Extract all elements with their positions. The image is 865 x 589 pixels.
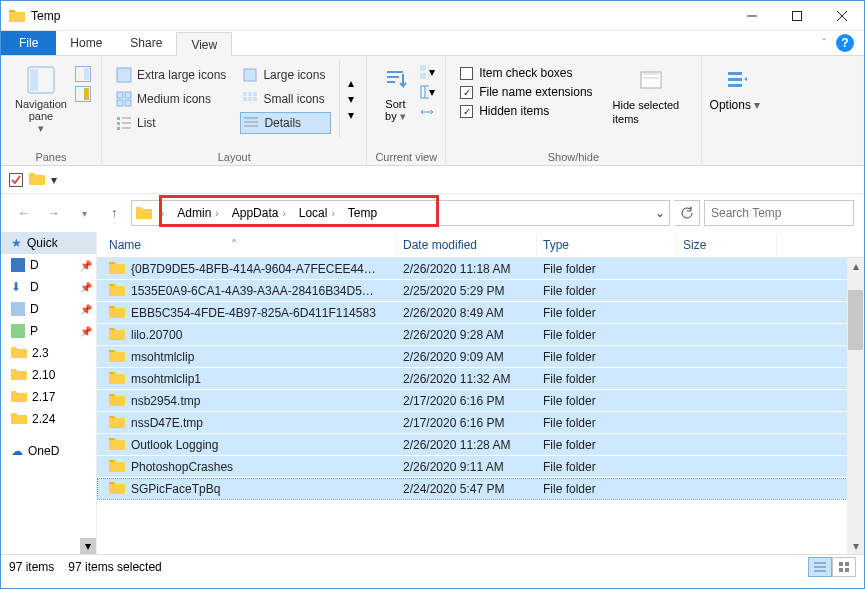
- size-columns-icon[interactable]: [419, 104, 435, 120]
- sidebar-pictures[interactable]: P📌: [1, 320, 96, 342]
- sidebar-folder-217[interactable]: 2.17: [1, 386, 96, 408]
- breadcrumb-appdata[interactable]: AppData›: [228, 204, 292, 222]
- refresh-button[interactable]: [674, 200, 700, 226]
- vertical-scrollbar[interactable]: ▴ ▾: [847, 258, 864, 554]
- maximize-button[interactable]: [774, 1, 819, 30]
- up-button[interactable]: ↑: [101, 200, 127, 226]
- forward-button[interactable]: →: [41, 200, 67, 226]
- table-row[interactable]: nssD47E.tmp2/17/2020 6:16 PMFile folder: [97, 412, 864, 434]
- sidebar-downloads[interactable]: ⬇D📌: [1, 276, 96, 298]
- svg-rect-21: [253, 97, 257, 101]
- column-date[interactable]: Date modified: [397, 234, 537, 256]
- layout-small[interactable]: Small icons: [240, 88, 331, 110]
- layout-list[interactable]: List: [114, 112, 232, 134]
- tab-file[interactable]: File: [1, 31, 56, 55]
- close-button[interactable]: [819, 1, 864, 30]
- folder-icon: [136, 205, 152, 222]
- minimize-button[interactable]: [729, 1, 774, 30]
- column-headers: Name˄ Date modified Type Size: [97, 232, 864, 258]
- details-view-toggle[interactable]: [808, 557, 832, 577]
- chevron-up-icon[interactable]: ▴: [344, 76, 358, 90]
- address-dropdown-icon[interactable]: ⌄: [655, 206, 665, 220]
- checkbox-hidden-items[interactable]: Hidden items: [460, 104, 592, 118]
- customize-qa-icon[interactable]: ▾: [51, 173, 57, 187]
- table-row[interactable]: SGPicFaceTpBq2/24/2020 5:47 PMFile folde…: [97, 478, 864, 500]
- xl-icons-icon: [116, 67, 132, 83]
- sort-by-button[interactable]: Sort by ▾: [375, 60, 415, 123]
- svg-rect-16: [243, 92, 247, 96]
- layout-scroll[interactable]: ▴ ▾ ▾: [339, 60, 358, 138]
- sidebar-desktop[interactable]: D📌: [1, 254, 96, 276]
- sidebar-folder-224[interactable]: 2.24: [1, 408, 96, 430]
- breadcrumb-chevron[interactable]: ›: [155, 206, 170, 221]
- svg-rect-34: [420, 65, 426, 71]
- chevron-down-icon[interactable]: ▾: [344, 92, 358, 106]
- scroll-down-icon[interactable]: ▾: [847, 538, 864, 554]
- preview-pane-icon[interactable]: [75, 66, 91, 82]
- select-all-checkbox[interactable]: [9, 173, 23, 187]
- table-row[interactable]: PhotoshopCrashes2/26/2020 9:11 AMFile fo…: [97, 456, 864, 478]
- table-row[interactable]: 1535E0A9-6CA1-4A39-A3AA-28416B34D5…2/25/…: [97, 280, 864, 302]
- search-input[interactable]: Search Temp: [704, 200, 854, 226]
- sidebar-folder-210[interactable]: 2.10: [1, 364, 96, 386]
- layout-extra-large[interactable]: Extra large icons: [114, 64, 232, 86]
- scroll-up-icon[interactable]: ▴: [847, 258, 864, 274]
- sidebar-onedrive[interactable]: ☁OneD: [1, 440, 96, 462]
- file-type: File folder: [537, 482, 677, 496]
- file-type: File folder: [537, 394, 677, 408]
- table-row[interactable]: msohtmlclip12/26/2020 11:32 AMFile folde…: [97, 368, 864, 390]
- sidebar-folder-23[interactable]: 2.3: [1, 342, 96, 364]
- column-name[interactable]: Name˄: [97, 234, 397, 256]
- layout-medium[interactable]: Medium icons: [114, 88, 232, 110]
- file-type: File folder: [537, 306, 677, 320]
- sidebar-quick-access[interactable]: ★ Quick: [1, 232, 96, 254]
- hide-selected-items-button[interactable]: Hide selected items: [613, 60, 693, 126]
- scroll-thumb[interactable]: [848, 290, 863, 350]
- sidebar-scroll-down-icon[interactable]: ▾: [80, 538, 96, 554]
- address-bar[interactable]: › Admin› AppData› Local› Temp ⌄: [131, 200, 670, 226]
- column-size[interactable]: Size: [677, 234, 777, 256]
- group-by-icon[interactable]: ▾: [419, 64, 435, 80]
- thumbnails-view-toggle[interactable]: [832, 557, 856, 577]
- layout-details[interactable]: Details: [240, 112, 331, 134]
- sidebar-documents[interactable]: D📌: [1, 298, 96, 320]
- add-columns-icon[interactable]: ▾: [419, 84, 435, 100]
- table-row[interactable]: Outlook Logging2/26/2020 11:28 AMFile fo…: [97, 434, 864, 456]
- file-name: msohtmlclip1: [131, 372, 201, 386]
- desktop-icon: [11, 258, 25, 272]
- svg-rect-7: [84, 68, 89, 80]
- checkbox-item-check-boxes[interactable]: Item check boxes: [460, 66, 592, 80]
- options-button[interactable]: Options ▾: [710, 60, 766, 112]
- breadcrumb-admin[interactable]: Admin›: [173, 204, 224, 222]
- dropdown-icon[interactable]: ▾: [344, 108, 358, 122]
- large-icons-icon: [242, 67, 258, 83]
- table-row[interactable]: {0B7D9DE5-4BFB-414A-9604-A7FECEE44…2/26/…: [97, 258, 864, 280]
- file-type: File folder: [537, 372, 677, 386]
- column-type[interactable]: Type: [537, 234, 677, 256]
- recent-locations-icon[interactable]: ▾: [71, 200, 97, 226]
- svg-rect-11: [244, 69, 256, 81]
- ribbon-group-options: Options ▾: [702, 56, 774, 165]
- help-button[interactable]: ?: [836, 34, 854, 52]
- file-name: SGPicFaceTpBq: [131, 482, 220, 496]
- tab-home[interactable]: Home: [56, 31, 116, 55]
- current-view-group-label: Current view: [375, 149, 437, 163]
- table-row[interactable]: msohtmlclip2/26/2020 9:09 AMFile folder: [97, 346, 864, 368]
- tab-view[interactable]: View: [176, 32, 232, 56]
- file-date: 2/17/2020 6:16 PM: [397, 394, 537, 408]
- table-row[interactable]: nsb2954.tmp2/17/2020 6:16 PMFile folder: [97, 390, 864, 412]
- folder-icon: [9, 8, 25, 24]
- tab-share[interactable]: Share: [116, 31, 176, 55]
- breadcrumb-temp[interactable]: Temp: [344, 204, 381, 222]
- navigation-pane-button[interactable]: Navigation pane ▾: [9, 60, 73, 135]
- details-pane-icon[interactable]: [75, 86, 91, 102]
- table-row[interactable]: EBB5C354-4FDE-4B97-825A-6D411F1145832/26…: [97, 302, 864, 324]
- back-button[interactable]: ←: [11, 200, 37, 226]
- breadcrumb-local[interactable]: Local›: [295, 204, 341, 222]
- checkbox-file-name-extensions[interactable]: File name extensions: [460, 85, 592, 99]
- layout-large[interactable]: Large icons: [240, 64, 331, 86]
- table-row[interactable]: lilo.207002/26/2020 9:28 AMFile folder: [97, 324, 864, 346]
- collapse-ribbon-icon[interactable]: ˆ: [822, 37, 826, 49]
- ribbon-group-show-hide: Item check boxes File name extensions Hi…: [446, 56, 701, 165]
- svg-rect-20: [248, 97, 252, 101]
